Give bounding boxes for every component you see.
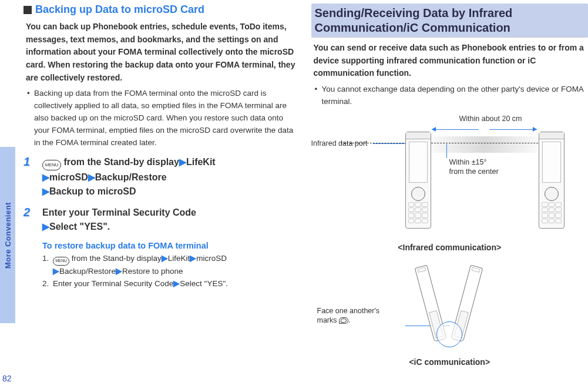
- substep-text: from the Stand-by display: [69, 254, 162, 263]
- distance-label: Within about 20 cm: [459, 114, 522, 123]
- step-1: 1 MENU from the Stand-by display▶LifeKit…: [23, 155, 298, 199]
- arrow-icon: ▶: [173, 279, 180, 288]
- arrow-icon: ▶: [190, 254, 196, 263]
- arrow-icon: ▶: [42, 186, 49, 196]
- substep-text: LifeKit: [168, 254, 190, 263]
- diagram-caption: <Infrared communication>: [311, 243, 589, 252]
- port-label: Infrared data port: [311, 139, 368, 148]
- step-text: LifeKit: [186, 157, 216, 167]
- intro-paragraph: You can send or receive data such as Pho…: [314, 42, 586, 80]
- arrow-icon: ▶: [179, 157, 186, 167]
- arrow-icon: ▶: [53, 267, 59, 276]
- substep-text: Select "YES".: [180, 279, 228, 288]
- phone-icon: [405, 132, 431, 229]
- felica-circle-icon: [436, 321, 462, 347]
- substep-number: 2.: [42, 278, 53, 290]
- substep-body: MENU from the Stand-by display▶LifeKit▶m…: [53, 253, 298, 278]
- restore-note-title: To restore backup data to FOMA terminal: [42, 241, 301, 250]
- column-right: Sending/Receiving Data by Infrared Commu…: [311, 0, 589, 389]
- substep-text: Backup/Restore: [59, 267, 116, 276]
- bullet-text: You cannot exchange data depending on th…: [322, 83, 586, 108]
- angle-label-line1: Within ±15°: [449, 158, 487, 166]
- diagram-caption: <iC communication>: [311, 357, 589, 367]
- face-label-line1: Face one another's: [317, 307, 380, 315]
- angle-label: Within ±15° from the center: [449, 157, 499, 177]
- step-body: Enter your Terminal Security Code ▶Selec…: [42, 206, 298, 234]
- ic-diagram: Face one another's marks . <iC communica…: [311, 258, 589, 367]
- section-heading: Sending/Receiving Data by Infrared Commu…: [311, 4, 589, 37]
- felica-mark-icon: [339, 317, 348, 324]
- step-text: Select "YES".: [49, 222, 110, 232]
- bullet-dot-icon: •: [27, 88, 34, 149]
- bullet-item: • You cannot exchange data depending on …: [315, 83, 586, 108]
- sub-heading: Backing up Data to microSD Card: [23, 4, 301, 16]
- step-text: Backup/Restore: [95, 172, 167, 182]
- step-number: 1: [23, 155, 39, 170]
- bullet-dot-icon: •: [315, 83, 322, 108]
- bullet-text: Backing up data from the FOMA terminal o…: [34, 88, 298, 149]
- bullet-list: • You cannot exchange data depending on …: [315, 83, 586, 108]
- square-icon: [23, 6, 32, 14]
- restore-step-1: 1. MENU from the Stand-by display▶LifeKi…: [42, 253, 298, 278]
- substep-text: microSD: [196, 254, 227, 263]
- step-body: MENU from the Stand-by display▶LifeKit ▶…: [42, 155, 298, 199]
- arrow-icon: ▶: [88, 172, 95, 182]
- distance-arrow-icon: [432, 126, 537, 133]
- pointer-line-icon: [373, 143, 407, 144]
- angle-label-line2: from the center: [449, 167, 499, 176]
- step-text: microSD: [49, 172, 88, 182]
- substep-number: 1.: [42, 253, 53, 278]
- step-text: from the Stand-by display: [61, 157, 179, 167]
- step-number: 2: [23, 206, 39, 221]
- bullet-item: • Backing up data from the FOMA terminal…: [27, 88, 298, 149]
- step-text: Backup to microSD: [49, 186, 136, 196]
- step-2: 2 Enter your Terminal Security Code ▶Sel…: [23, 206, 298, 234]
- infrared-diagram: Within about 20 cm Infrared data port Wi…: [311, 114, 589, 252]
- column-left: Backing up Data to microSD Card You can …: [23, 0, 301, 389]
- restore-steps: 1. MENU from the Stand-by display▶LifeKi…: [42, 253, 298, 290]
- page-number: 82: [2, 374, 12, 383]
- pointer-line-icon: [446, 144, 447, 158]
- step-text: Enter your Terminal Security Code: [42, 207, 196, 217]
- ic-center-icon: [414, 264, 485, 352]
- substep-body: Enter your Terminal Security Code▶Select…: [53, 278, 298, 290]
- face-label: Face one another's marks .: [317, 306, 405, 326]
- phone-icon: [539, 132, 565, 229]
- side-tab: More Convenient: [0, 147, 15, 323]
- menu-key-icon: MENU: [53, 257, 69, 266]
- arrow-icon: ▶: [116, 267, 122, 276]
- arrow-icon: ▶: [42, 222, 49, 232]
- bullet-list: • Backing up data from the FOMA terminal…: [27, 88, 298, 149]
- substep-text: Enter your Terminal Security Code: [53, 279, 173, 288]
- section-heading-text: Sending/Receiving Data by Infrared Commu…: [315, 6, 585, 35]
- intro-paragraph: You can back up Phonebook entries, sched…: [26, 21, 298, 84]
- page-content: Backing up Data to microSD Card You can …: [23, 0, 588, 389]
- side-tab-label: More Convenient: [4, 202, 12, 269]
- substep-text: Restore to phone: [122, 267, 183, 276]
- restore-step-2: 2. Enter your Terminal Security Code▶Sel…: [42, 278, 298, 290]
- sub-heading-text: Backing up Data to microSD Card: [35, 4, 204, 16]
- menu-key-icon: MENU: [42, 160, 61, 170]
- arrow-icon: ▶: [42, 172, 49, 182]
- arrow-icon: ▶: [162, 254, 168, 263]
- face-label-line2-prefix: marks: [317, 316, 340, 324]
- face-label-line2-suffix: .: [348, 316, 350, 324]
